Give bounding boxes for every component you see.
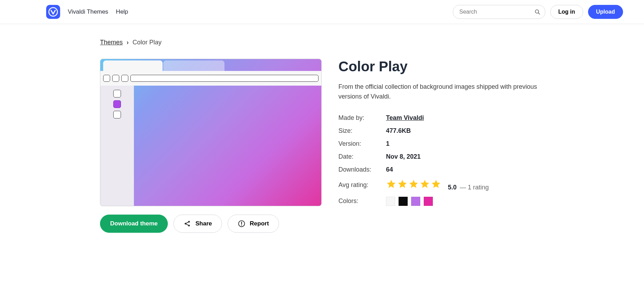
preview-toolbar-btn: [103, 75, 110, 82]
info-value-downloads: 64: [386, 166, 393, 173]
alert-icon: [238, 220, 245, 228]
preview-tab-inactive: [163, 60, 224, 71]
theme-preview: [100, 59, 322, 206]
upload-button[interactable]: Upload: [588, 5, 623, 19]
preview-panel-btn: [113, 90, 121, 98]
download-button[interactable]: Download theme: [100, 215, 168, 233]
header-right: Log in Upload: [453, 5, 623, 19]
svg-line-6: [186, 222, 188, 223]
header: Vivaldi Themes Help Log in Upload: [0, 0, 644, 24]
info-row-size: Size: 477.6KB: [338, 124, 544, 137]
rating-value: 5.0: [448, 184, 457, 191]
info-value-version: 1: [386, 140, 389, 147]
star-icon: [397, 179, 408, 189]
svg-point-10: [241, 225, 242, 226]
color-swatches: [386, 197, 433, 206]
share-button[interactable]: Share: [173, 215, 222, 233]
action-row: Download theme Share Report: [100, 215, 322, 233]
star-icon: [408, 179, 419, 189]
preview-toolbar: [100, 71, 321, 86]
info-label: Size:: [338, 127, 386, 135]
info-row-date: Date: Nov 8, 2021: [338, 150, 544, 163]
preview-tab-active: [103, 60, 163, 71]
info-label: Downloads:: [338, 166, 386, 173]
share-icon: [184, 220, 191, 228]
svg-point-0: [49, 8, 58, 16]
info-row-rating: Avg rating: 5.0 — 1 rating: [338, 176, 544, 194]
info-table: Made by: Team Vivaldi Size: 477.6KB Vers…: [338, 111, 544, 209]
report-button[interactable]: Report: [228, 215, 279, 233]
info-row-author: Made by: Team Vivaldi: [338, 111, 544, 124]
search-input[interactable]: [453, 5, 545, 19]
stars: [386, 179, 441, 189]
nav-link-help[interactable]: Help: [116, 8, 128, 15]
breadcrumb-root[interactable]: Themes: [100, 39, 123, 46]
preview-panel: [100, 86, 134, 206]
info-label: Made by:: [338, 114, 386, 122]
color-swatch[interactable]: [399, 197, 408, 206]
color-swatch[interactable]: [411, 197, 420, 206]
info-value-rating: 5.0 — 1 rating: [386, 179, 489, 191]
info-label: Version:: [338, 140, 386, 147]
color-swatch[interactable]: [424, 197, 433, 206]
rating-sub: — 1 rating: [458, 184, 489, 191]
star-icon: [386, 179, 396, 189]
svg-line-7: [186, 224, 188, 225]
info-value-colors: [386, 197, 433, 206]
theme-title: Color Play: [338, 59, 544, 74]
theme-description: From the official collection of backgrou…: [338, 82, 544, 102]
preview-toolbar-btn: [112, 75, 119, 82]
author-link[interactable]: Team Vivaldi: [386, 114, 424, 121]
nav-link-themes[interactable]: Vivaldi Themes: [68, 8, 108, 15]
info-value-date: Nov 8, 2021: [386, 153, 421, 160]
info-label: Colors:: [338, 197, 386, 205]
star-icon: [431, 179, 441, 189]
info-label: Avg rating:: [338, 181, 386, 189]
info-row-colors: Colors:: [338, 194, 544, 209]
color-swatch[interactable]: [386, 197, 395, 206]
header-left: Vivaldi Themes Help: [46, 5, 128, 19]
vivaldi-logo[interactable]: [46, 5, 60, 19]
breadcrumb-sep: ›: [127, 39, 129, 46]
search-wrap: [453, 5, 545, 19]
info-value-size: 477.6KB: [386, 127, 411, 135]
vivaldi-logo-icon: [48, 7, 58, 17]
right-column: Color Play From the official collection …: [338, 59, 544, 209]
search-icon: [534, 9, 541, 15]
info-row-downloads: Downloads: 64: [338, 163, 544, 176]
main-container: Themes › Color Play: [93, 24, 551, 254]
breadcrumb: Themes › Color Play: [100, 39, 544, 46]
report-label: Report: [250, 220, 269, 227]
svg-line-2: [538, 13, 539, 14]
info-label: Date:: [338, 153, 386, 160]
star-icon: [420, 179, 430, 189]
layout: Download theme Share Report Color Play F…: [100, 59, 544, 233]
login-button[interactable]: Log in: [550, 5, 583, 19]
preview-panel-btn-active: [113, 100, 121, 108]
preview-toolbar-btn: [121, 75, 128, 82]
breadcrumb-current: Color Play: [133, 39, 162, 46]
preview-address-bar: [130, 75, 319, 82]
share-label: Share: [195, 220, 212, 227]
left-column: Download theme Share Report: [100, 59, 322, 233]
preview-panel-btn: [113, 111, 121, 118]
download-label: Download theme: [110, 220, 158, 227]
info-row-version: Version: 1: [338, 137, 544, 150]
